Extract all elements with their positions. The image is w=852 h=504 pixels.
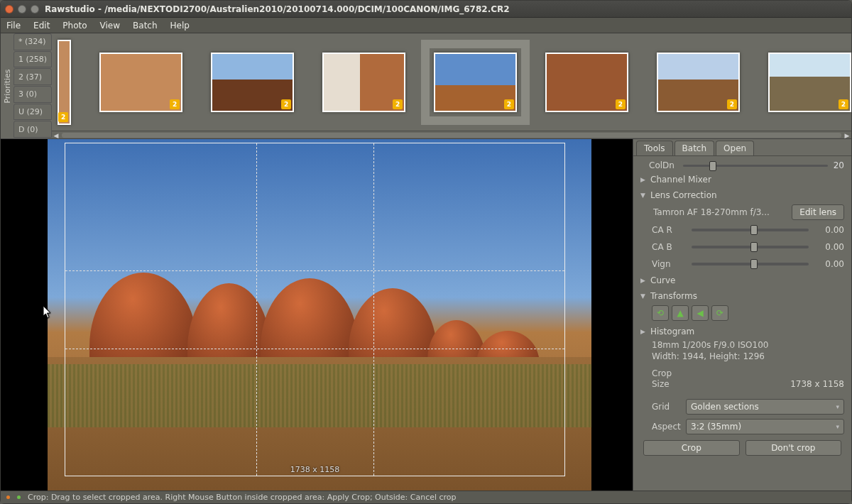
thumbnail[interactable]: 2 xyxy=(768,53,851,112)
priority-badge-icon: 2 xyxy=(727,99,737,109)
status-dot-icon xyxy=(6,495,10,499)
menu-file[interactable]: File xyxy=(6,21,21,31)
priority-badge-icon: 2 xyxy=(170,99,180,109)
window-title: Rawstudio - /media/NEXTODI2700/Australie… xyxy=(45,4,510,14)
priority-2[interactable]: 2 (37) xyxy=(13,68,52,85)
chevron-updown-icon: ▾ xyxy=(836,423,839,430)
priority-badge-icon: 2 xyxy=(281,99,291,109)
crop-size-overlay: 1738 x 1158 xyxy=(290,465,340,474)
crop-button[interactable]: Crop xyxy=(643,440,740,456)
scroll-right-icon[interactable]: ▶ xyxy=(843,131,851,138)
flip-vertical-icon[interactable]: ◀ xyxy=(692,305,709,321)
priority-badge-icon: 2 xyxy=(616,99,626,109)
slider-value: 0.00 xyxy=(813,259,844,269)
flip-horizontal-icon[interactable]: ▲ xyxy=(672,305,689,321)
crop-size-value: 1738 x 1158 xyxy=(790,379,844,396)
priority-badge-icon: 2 xyxy=(393,99,403,109)
priority-badge-icon: 2 xyxy=(504,99,514,109)
close-button[interactable] xyxy=(5,5,13,13)
lens-name: Tamron AF 18-270mm f/3... xyxy=(653,207,787,217)
maximize-button[interactable] xyxy=(31,5,39,13)
priorities-label: Priorities xyxy=(1,33,13,138)
rotate-right-icon[interactable]: ⟳ xyxy=(711,305,728,321)
slider-value: 0.00 xyxy=(813,225,844,235)
side-tabs: Tools Batch Open xyxy=(633,139,851,156)
menu-batch[interactable]: Batch xyxy=(133,21,158,31)
priority-3[interactable]: 3 (0) xyxy=(13,86,52,103)
exif-line-2: Width: 1944, Height: 1296 xyxy=(640,351,844,362)
tab-batch[interactable]: Batch xyxy=(674,141,715,155)
thumbnail[interactable]: 2 xyxy=(657,53,740,112)
status-bar: Crop: Drag to select cropped area. Right… xyxy=(1,491,851,503)
grid-select[interactable]: Golden sections ▾ xyxy=(686,399,844,415)
rotate-left-icon[interactable]: ⟲ xyxy=(652,305,669,321)
thumbnail-scrollbar[interactable]: ◀ ▶ xyxy=(52,131,851,138)
aspect-label: Aspect xyxy=(640,422,680,432)
priority-u[interactable]: U (29) xyxy=(13,104,52,121)
status-text: Crop: Drag to select cropped area. Right… xyxy=(28,493,457,502)
menu-photo[interactable]: Photo xyxy=(62,21,87,31)
filmstrip-area: Priorities * (324) 1 (258) 2 (37) 3 (0) … xyxy=(1,33,851,139)
caret-down-icon: ▼ xyxy=(640,192,648,199)
section-lens-correction[interactable]: ▼Lens Correction xyxy=(640,187,844,203)
menubar: File Edit Photo View Batch Help xyxy=(1,18,851,33)
scroll-left-icon[interactable]: ◀ xyxy=(52,131,60,138)
coldn-row: ColDn 20 xyxy=(640,159,844,172)
priority-1[interactable]: 1 (258) xyxy=(13,51,52,68)
thumbnail[interactable]: 2 xyxy=(545,53,628,112)
crop-size-label: Size xyxy=(640,379,670,396)
thumbnail[interactable]: 2 xyxy=(99,53,182,112)
slider-label: CA B xyxy=(652,242,687,252)
caret-down-icon: ▼ xyxy=(640,292,648,300)
main-area: 1738 x 1158 Tools Batch Open ColDn 20 ▶C… xyxy=(1,139,851,491)
crop-section-label: Crop xyxy=(640,368,844,379)
section-channel-mixer[interactable]: ▶Channel Mixer xyxy=(640,172,844,187)
app-window: Rawstudio - /media/NEXTODI2700/Australie… xyxy=(0,0,852,504)
aspect-select[interactable]: 3:2 (35mm) ▾ xyxy=(686,419,844,434)
section-transforms[interactable]: ▼Transforms xyxy=(640,288,844,304)
priorities-panel: Priorities * (324) 1 (258) 2 (37) 3 (0) … xyxy=(1,33,52,138)
slider-label: Vign xyxy=(652,259,687,269)
crop-selection[interactable]: 1738 x 1158 xyxy=(65,143,565,476)
coldn-value: 20 xyxy=(834,160,844,170)
priority-all[interactable]: * (324) xyxy=(13,33,52,50)
thumbnail-selected[interactable]: 2 xyxy=(434,53,517,112)
dont-crop-button[interactable]: Don't crop xyxy=(746,440,842,456)
edit-lens-button[interactable]: Edit lens xyxy=(792,204,844,220)
thumbnail[interactable]: 2 xyxy=(322,53,405,112)
vignette-slider[interactable] xyxy=(692,263,809,265)
coldn-slider[interactable] xyxy=(683,165,828,167)
coldn-label: ColDn xyxy=(649,160,677,170)
exif-line-1: 18mm 1/200s F/9.0 ISO100 xyxy=(640,339,844,351)
thumbnail-strip[interactable]: 2 2 2 2 2 2 2 2 ◀ ▶ xyxy=(52,33,851,138)
priority-badge-icon: 2 xyxy=(58,112,68,122)
minimize-button[interactable] xyxy=(18,5,26,13)
grid-label: Grid xyxy=(640,402,680,412)
section-histogram[interactable]: ▶Histogram xyxy=(640,324,844,339)
chevron-updown-icon: ▾ xyxy=(836,403,839,410)
priority-list: * (324) 1 (258) 2 (37) 3 (0) U (29) D (0… xyxy=(13,33,52,138)
transform-buttons: ⟲ ▲ ◀ ⟳ xyxy=(640,305,844,321)
menu-view[interactable]: View xyxy=(100,21,120,31)
thumbnail[interactable]: 2 xyxy=(58,40,71,125)
caret-right-icon: ▶ xyxy=(640,277,648,284)
caret-right-icon: ▶ xyxy=(640,176,648,183)
tab-tools[interactable]: Tools xyxy=(636,141,673,155)
window-controls xyxy=(5,5,39,13)
slider-value: 0.00 xyxy=(813,242,844,252)
caret-right-icon: ▶ xyxy=(640,328,648,335)
image-canvas[interactable]: 1738 x 1158 xyxy=(1,139,633,491)
tools-body: ColDn 20 ▶Channel Mixer ▼Lens Correction… xyxy=(633,156,851,491)
side-panel: Tools Batch Open ColDn 20 ▶Channel Mixer… xyxy=(633,139,851,491)
menu-edit[interactable]: Edit xyxy=(33,21,50,31)
priority-d[interactable]: D (0) xyxy=(13,121,52,138)
ca-r-slider[interactable] xyxy=(692,229,809,231)
section-curve[interactable]: ▶Curve xyxy=(640,273,844,288)
ca-b-slider[interactable] xyxy=(692,246,809,248)
tab-open[interactable]: Open xyxy=(716,141,754,155)
priority-badge-icon: 2 xyxy=(839,99,848,109)
slider-label: CA R xyxy=(652,225,687,235)
titlebar: Rawstudio - /media/NEXTODI2700/Australie… xyxy=(1,1,851,18)
menu-help[interactable]: Help xyxy=(170,21,190,31)
thumbnail[interactable]: 2 xyxy=(211,53,294,112)
